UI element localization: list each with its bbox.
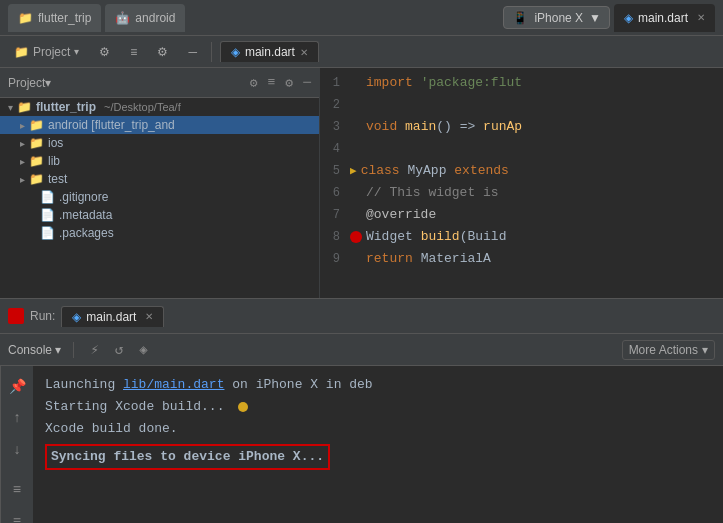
config-icon: ⚙: [157, 45, 168, 59]
run-label: Run:: [30, 309, 55, 323]
tree-item-ios[interactable]: ▸ 📁 ios: [0, 134, 319, 152]
tree-label: .gitignore: [59, 190, 108, 204]
line-num-8: 8: [320, 226, 350, 248]
code-line-9: 9 return MaterialA: [320, 248, 723, 270]
yellow-dot: [238, 402, 248, 412]
code-editor[interactable]: 1 import 'package:flut 2 3 void main() =…: [320, 68, 723, 298]
console-side-tools: 📌 ↑ ↓ ≡ ≡: [0, 366, 33, 523]
filter2-icon-btn[interactable]: ≡: [5, 510, 29, 523]
tree-arrow: ▸: [20, 174, 25, 185]
code-line-8: 8 Widget build(Build: [320, 226, 723, 248]
up-icon-btn[interactable]: ↑: [5, 406, 29, 430]
line-content-6: // This widget is: [366, 182, 499, 204]
tree-item-metadata[interactable]: 📄 .metadata: [0, 206, 319, 224]
device-dropdown-arrow: ▼: [589, 11, 601, 25]
sidebar-header: Project▾ ⚙ ≡ ⚙ ─: [0, 68, 319, 98]
console-row: 📌 ↑ ↓ ≡ ≡ Launching lib/main.dart on iPh…: [0, 366, 723, 523]
run-tab-maindart[interactable]: ◈ main.dart ✕: [61, 306, 164, 327]
line-content-7: @override: [366, 204, 436, 226]
folder-icon: 📁: [17, 100, 32, 114]
sidebar-sync-icon[interactable]: ≡: [268, 75, 276, 91]
code-line-5: 5 ▶ class MyApp extends: [320, 160, 723, 182]
run-stop-button[interactable]: [8, 308, 24, 324]
top-bar: 📁 flutter_trip 🤖 android 📱 iPhone X ▼ ◈ …: [0, 0, 723, 36]
console-area: Console ▾ ⚡ ↺ ◈ More Actions ▾ 📌 ↑ ↓ ≡ ≡…: [0, 334, 723, 523]
dart-console-icon-btn[interactable]: ◈: [135, 339, 151, 360]
sidebar-project-label[interactable]: Project▾: [8, 76, 51, 90]
line-content-1: import 'package:flut: [366, 72, 522, 94]
close-file-tab[interactable]: ✕: [300, 47, 308, 58]
tree-label: .packages: [59, 226, 114, 240]
toolbar-separator: [211, 42, 212, 62]
android-tab-icon: 🤖: [115, 11, 130, 25]
line-num-7: 7: [320, 204, 350, 226]
code-line-2: 2: [320, 94, 723, 116]
filter-icon-btn[interactable]: ≡: [5, 478, 29, 502]
file-icon-gitignore: 📄: [40, 190, 55, 204]
code-line-7: 7 @override: [320, 204, 723, 226]
layout-icon-btn[interactable]: ≡: [124, 43, 143, 61]
more-actions-button[interactable]: More Actions ▾: [622, 340, 715, 360]
tree-item-gitignore[interactable]: 📄 .gitignore: [0, 188, 319, 206]
tree-label: flutter_trip: [36, 100, 96, 114]
line-content-5: class MyApp extends: [361, 160, 509, 182]
code-line-1: 1 import 'package:flut: [320, 72, 723, 94]
gear-icon: ⚙: [99, 45, 110, 59]
sidebar-settings-icon[interactable]: ⚙: [250, 75, 258, 91]
pin-icon-btn[interactable]: 📌: [5, 374, 29, 398]
settings-icon-btn[interactable]: ⚙: [93, 43, 116, 61]
sidebar-icons: ⚙ ≡ ⚙ ─: [250, 75, 311, 91]
more-actions-arrow: ▾: [702, 343, 708, 357]
device-selector[interactable]: 📱 iPhone X ▼: [503, 6, 610, 29]
close-main-dart-top[interactable]: ✕: [697, 12, 705, 23]
flutter-trip-tab-icon: 📁: [18, 11, 33, 25]
run-dart-icon: ◈: [72, 310, 81, 324]
file-tab-label: main.dart: [245, 45, 295, 59]
sidebar-config-icon[interactable]: ⚙: [285, 75, 293, 91]
main-area: Project▾ ⚙ ≡ ⚙ ─ ▾ 📁 flutter_trip ~/Desk…: [0, 68, 723, 298]
line-content-4: [366, 138, 374, 160]
tree-label: android [flutter_trip_and: [48, 118, 175, 132]
config-icon-btn[interactable]: ⚙: [151, 43, 174, 61]
tree-item-packages[interactable]: 📄 .packages: [0, 224, 319, 242]
console-line-xcode-done: Xcode build done.: [45, 418, 711, 440]
console-content: Launching lib/main.dart on iPhone X in d…: [33, 366, 723, 523]
toolbar: 📁 Project ▾ ⚙ ≡ ⚙ ─ ◈ main.dart ✕: [0, 36, 723, 68]
minus-icon: ─: [188, 45, 197, 59]
tree-item-flutter-trip[interactable]: ▾ 📁 flutter_trip ~/Desktop/Tea/f: [0, 98, 319, 116]
main-dart-top-label: main.dart: [638, 11, 688, 25]
line-num-9: 9: [320, 248, 350, 270]
android-folder-icon: 📁: [29, 118, 44, 132]
run-close-btn[interactable]: ✕: [145, 311, 153, 322]
console-line-xcode-start: Starting Xcode build...: [45, 396, 711, 418]
more-actions-label: More Actions: [629, 343, 698, 357]
code-lines: 1 import 'package:flut 2 3 void main() =…: [320, 68, 723, 274]
code-line-3: 3 void main() => runAp: [320, 116, 723, 138]
minus-icon-btn[interactable]: ─: [182, 43, 203, 61]
sidebar-collapse-icon[interactable]: ─: [303, 75, 311, 91]
file-icon-metadata: 📄: [40, 208, 55, 222]
layout-icon: ≡: [130, 45, 137, 59]
tree-badge: ~/Desktop/Tea/f: [104, 101, 181, 113]
lightning-icon-btn[interactable]: ⚡: [86, 339, 102, 360]
line-num-6: 6: [320, 182, 350, 204]
run-bar: Run: ◈ main.dart ✕: [0, 298, 723, 334]
folder-icon: 📁: [14, 45, 29, 59]
line-num-2: 2: [320, 94, 350, 116]
top-tab-android[interactable]: 🤖 android: [105, 4, 185, 32]
tree-item-lib[interactable]: ▸ 📁 lib: [0, 152, 319, 170]
top-tab-flutter-trip[interactable]: 📁 flutter_trip: [8, 4, 101, 32]
down-icon-btn[interactable]: ↓: [5, 438, 29, 462]
refresh-icon-btn[interactable]: ↺: [111, 339, 127, 360]
file-tab-maindart[interactable]: ◈ main.dart ✕: [220, 41, 319, 62]
tree-label: test: [48, 172, 67, 186]
tree-item-android[interactable]: ▸ 📁 android [flutter_trip_and: [0, 116, 319, 134]
tree-arrow: ▸: [20, 156, 25, 167]
tree-item-test[interactable]: ▸ 📁 test: [0, 170, 319, 188]
flutter-trip-tab-label: flutter_trip: [38, 11, 91, 25]
xcode-done-text: Xcode build done.: [45, 421, 178, 436]
launch-link[interactable]: lib/main.dart: [123, 377, 224, 392]
console-label[interactable]: Console ▾: [8, 343, 61, 357]
top-tab-maindart[interactable]: ◈ main.dart ✕: [614, 4, 715, 32]
project-dropdown[interactable]: 📁 Project ▾: [8, 43, 85, 61]
